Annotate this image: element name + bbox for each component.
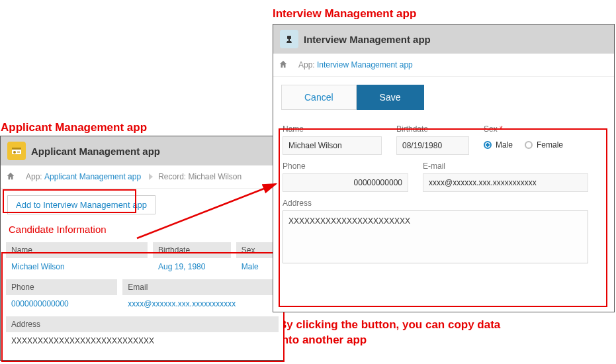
interview-panel: Interview Management app App: Interview … — [273, 24, 615, 312]
interview-form: Name Michael Wilson Birthdate 08/19/1980… — [273, 119, 614, 270]
label-name: Name — [6, 242, 148, 258]
radio-male[interactable]: Male — [484, 140, 513, 150]
input-birthdate[interactable]: 08/19/1980 — [396, 136, 469, 155]
interview-title: Interview Management app — [304, 34, 431, 45]
radio-female[interactable]: Female — [525, 140, 563, 150]
svg-rect-3 — [17, 152, 20, 153]
label-phone: Phone — [283, 161, 408, 171]
input-phone[interactable]: 00000000000 — [283, 173, 408, 192]
interview-breadcrumb: App: Interview Management app — [273, 54, 614, 77]
home-icon[interactable] — [6, 171, 15, 183]
label-address: Address — [283, 199, 605, 208]
annotation-right-title: Interview Management app — [273, 7, 416, 21]
applicant-panel: Applicant Management app App: Applicant … — [0, 136, 285, 361]
arrow-icon — [134, 179, 286, 245]
svg-rect-1 — [12, 148, 21, 150]
breadcrumb-app[interactable]: App: Interview Management app — [292, 58, 419, 72]
save-button[interactable]: Save — [357, 85, 424, 110]
applicant-title: Applicant Management app — [31, 146, 160, 157]
annotation-left-title: Applicant Management app — [1, 121, 147, 134]
label-birthdate: Birthdate — [396, 124, 469, 134]
value-email: xxxx@xxxxxx.xxx.xxxxxxxxxxx — [122, 295, 279, 312]
applicant-app-icon — [7, 142, 26, 160]
interview-header: Interview Management app — [273, 24, 614, 54]
home-icon[interactable] — [279, 60, 288, 71]
value-address: XXXXXXXXXXXXXXXXXXXXXXXXXXX — [6, 332, 279, 349]
value-phone: 0000000000000 — [6, 295, 117, 312]
breadcrumb-app[interactable]: App: Applicant Management app — [19, 169, 148, 184]
label-address: Address — [6, 316, 279, 332]
value-name: Michael Wilson — [6, 258, 148, 275]
label-name: Name — [283, 124, 382, 134]
svg-rect-5 — [288, 39, 290, 41]
svg-rect-4 — [287, 36, 291, 39]
interview-app-icon — [280, 30, 298, 48]
label-phone: Phone — [6, 279, 117, 295]
label-email: E-mail — [423, 161, 588, 171]
value-birthdate: Aug 19, 1980 — [153, 258, 231, 275]
input-name[interactable]: Michael Wilson — [283, 136, 382, 155]
svg-line-6 — [137, 184, 276, 238]
cancel-button[interactable]: Cancel — [281, 85, 357, 110]
svg-point-2 — [13, 151, 16, 154]
annotation-caption: By clicking the button, you can copy dat… — [279, 318, 609, 348]
input-email[interactable]: xxxx@xxxxxx.xxx.xxxxxxxxxxx — [423, 173, 588, 192]
label-email: Email — [122, 279, 279, 295]
applicant-header: Applicant Management app — [1, 136, 284, 165]
input-address[interactable]: XXXXXXXXXXXXXXXXXXXXXXX — [283, 210, 588, 263]
label-sex: Sex * — [484, 124, 563, 134]
